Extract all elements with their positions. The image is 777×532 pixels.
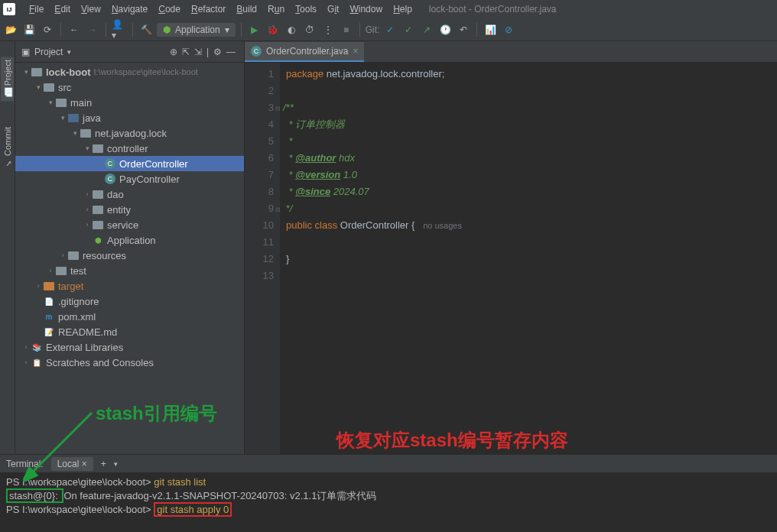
git-push-icon[interactable]: ↗ <box>419 22 434 37</box>
menu-tools[interactable]: Tools <box>291 2 321 16</box>
tree-pay-controller[interactable]: CPayController <box>15 171 244 187</box>
tree-gitignore[interactable]: 📄.gitignore <box>15 294 244 309</box>
editor-tab-order[interactable]: C OrderController.java × <box>245 42 364 62</box>
dropdown-icon: ▾ <box>225 24 229 35</box>
annotation-stash-ref: stash引用编号 <box>96 401 217 426</box>
menu-code[interactable]: Code <box>154 2 185 16</box>
tree-main[interactable]: ▾main <box>15 95 244 110</box>
profile-icon[interactable]: ⏱ <box>302 22 317 37</box>
hide-icon[interactable]: — <box>224 47 238 57</box>
commit-side-tab[interactable]: ✓ Commit <box>1 124 14 171</box>
close-tab-icon[interactable]: × <box>353 46 358 57</box>
code-body[interactable]: package net.javadog.lock.controller; ⊟/*… <box>280 63 777 454</box>
stop-icon[interactable]: ■ <box>339 22 354 37</box>
add-terminal-icon[interactable]: + <box>101 459 106 469</box>
menu-bar: File Edit View Navigate Code Refactor Bu… <box>24 2 417 16</box>
gutter: 123 456 789 101112 13 <box>245 63 280 454</box>
annotation-restore: 恢复对应stash编号暂存内容 <box>336 428 568 453</box>
tree-test[interactable]: ›test <box>15 263 244 278</box>
left-side-tabs: 📄 Project ✓ Commit <box>0 41 15 454</box>
run-icon[interactable]: ▶ <box>247 22 262 37</box>
terminal-header: Terminal: Local × + ▾ <box>0 454 777 472</box>
spring-icon: ⬢ <box>163 24 171 35</box>
menu-refactor[interactable]: Refactor <box>187 2 230 16</box>
tree-root[interactable]: ▾lock-bootI:\workspace\gitee\lock-boot <box>15 64 244 79</box>
git-label: Git: <box>366 24 380 35</box>
tree-dao[interactable]: ›dao <box>15 187 244 202</box>
project-side-tab[interactable]: 📄 Project <box>1 57 14 101</box>
tree-src[interactable]: ▾src <box>15 79 244 95</box>
tree-order-controller[interactable]: COrderController <box>15 156 244 171</box>
tree-scratches[interactable]: ›📋Scratches and Consoles <box>15 355 244 370</box>
svg-line-0 <box>31 413 92 474</box>
project-panel: ▣ Project ▾ ⊕ ⇱ ⇲ | ⚙ — ▾lock-bootI:\wor… <box>15 41 245 454</box>
terminal-body[interactable]: PS I:\workspace\gitee\lock-boot> git sta… <box>0 472 777 532</box>
window-title: lock-boot - OrderController.java <box>429 4 557 15</box>
back-icon[interactable]: ← <box>67 22 82 37</box>
editor-tabs: C OrderController.java × <box>245 41 777 63</box>
tree-target[interactable]: ›target <box>15 278 244 294</box>
menu-edit[interactable]: Edit <box>50 2 75 16</box>
title-bar: IJ File Edit View Navigate Code Refactor… <box>0 0 777 18</box>
project-header: ▣ Project ▾ ⊕ ⇱ ⇲ | ⚙ — <box>15 41 244 63</box>
menu-window[interactable]: Window <box>345 2 387 16</box>
tree-entity[interactable]: ›entity <box>15 202 244 217</box>
tree-resources[interactable]: ›resources <box>15 248 244 263</box>
divider: | <box>204 47 211 57</box>
debug-icon[interactable]: 🐞 <box>265 22 281 37</box>
settings-icon[interactable]: ⚙ <box>211 47 224 57</box>
tree-readme[interactable]: 📝README.md <box>15 324 244 339</box>
tree-ext-libs[interactable]: ›📚External Libraries <box>15 339 244 355</box>
refresh-icon[interactable]: ⟳ <box>40 22 55 37</box>
project-tree: ▾lock-bootI:\workspace\gitee\lock-boot ▾… <box>15 63 244 454</box>
menu-help[interactable]: Help <box>388 2 417 16</box>
more-run-icon[interactable]: ⋮ <box>320 22 336 37</box>
menu-file[interactable]: File <box>24 2 48 16</box>
block-icon[interactable]: ⊘ <box>501 22 516 37</box>
stats-icon[interactable]: 📊 <box>483 22 498 37</box>
run-config-selector[interactable]: ⬢ Application ▾ <box>157 23 236 37</box>
terminal-dropdown-icon[interactable]: ▾ <box>114 460 118 468</box>
tree-controller[interactable]: ▾controller <box>15 141 244 156</box>
class-icon: C <box>251 46 262 57</box>
annotation-arrow-icon <box>23 405 99 482</box>
menu-git[interactable]: Git <box>323 2 343 16</box>
dropdown-icon[interactable]: ▾ <box>67 48 71 56</box>
coverage-icon[interactable]: ◐ <box>284 22 299 37</box>
git-history-icon[interactable]: 🕐 <box>437 22 453 37</box>
forward-icon[interactable]: → <box>85 22 100 37</box>
save-icon[interactable]: 💾 <box>21 22 37 37</box>
build-icon[interactable]: 🔨 <box>138 22 154 37</box>
menu-navigate[interactable]: Navigate <box>107 2 152 16</box>
tree-application[interactable]: ⬢Application <box>15 232 244 248</box>
git-commit-icon[interactable]: ✓ <box>401 22 416 37</box>
stash-apply-highlight: git stash apply 0 <box>154 502 232 517</box>
menu-build[interactable]: Build <box>232 2 262 16</box>
project-icon: ▣ <box>21 47 30 57</box>
menu-run[interactable]: Run <box>263 2 289 16</box>
target-icon[interactable]: ⊕ <box>167 47 180 57</box>
stash-ref-highlight: stash@{0}: <box>6 488 63 503</box>
tree-java[interactable]: ▾java <box>15 110 244 125</box>
app-logo: IJ <box>3 3 15 15</box>
tree-service[interactable]: ›service <box>15 217 244 232</box>
tree-pkg[interactable]: ▾net.javadog.lock <box>15 125 244 141</box>
expand-icon[interactable]: ⇱ <box>180 47 192 57</box>
open-icon[interactable]: 📂 <box>3 22 18 37</box>
user-icon[interactable]: 👤▾ <box>112 22 127 37</box>
project-title[interactable]: Project <box>34 47 63 57</box>
editor-area: C OrderController.java × 123 456 789 101… <box>245 41 777 454</box>
git-update-icon[interactable]: ✓ <box>382 22 398 37</box>
editor-tab-label: OrderController.java <box>266 46 348 57</box>
git-rollback-icon[interactable]: ↶ <box>456 22 471 37</box>
main-toolbar: 📂 💾 ⟳ ← → 👤▾ 🔨 ⬢ Application ▾ ▶ 🐞 ◐ ⏱ ⋮… <box>0 18 777 41</box>
run-config-label: Application <box>175 24 220 35</box>
collapse-icon[interactable]: ⇲ <box>192 47 204 57</box>
code-editor[interactable]: 123 456 789 101112 13 package net.javado… <box>245 63 777 454</box>
tree-pom[interactable]: mpom.xml <box>15 309 244 324</box>
menu-view[interactable]: View <box>76 2 106 16</box>
